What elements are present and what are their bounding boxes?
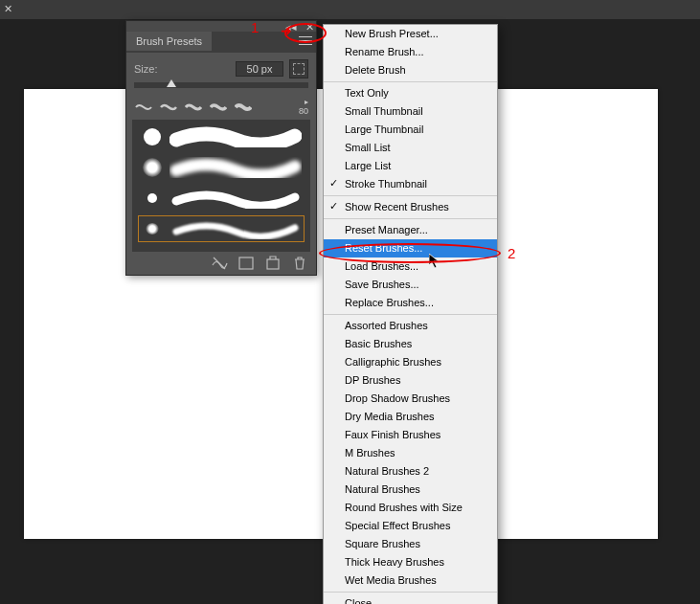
menu-item[interactable]: Special Effect Brushes	[324, 517, 497, 535]
size-slider[interactable]	[134, 82, 308, 88]
menu-item[interactable]: Round Brushes with Size	[324, 499, 497, 517]
menu-item[interactable]: Dry Media Brushes	[324, 408, 497, 426]
menu-item[interactable]: Calligraphic Brushes	[324, 353, 497, 371]
brush-stroke-item[interactable]	[138, 215, 305, 242]
tab-brush-presets[interactable]: Brush Presets	[126, 32, 212, 51]
brush-tip-icon[interactable]	[134, 101, 153, 114]
size-label: Size:	[134, 63, 157, 75]
menu-item[interactable]: Load Brushes...	[324, 257, 497, 276]
preview-icon[interactable]	[237, 256, 255, 271]
brush-tip-icon[interactable]	[184, 101, 203, 114]
menu-item[interactable]: Natural Brushes 2	[324, 462, 497, 481]
panel-header[interactable]: ◂◂ ✕	[126, 21, 316, 32]
brush-tip-row: ▸ 80	[126, 94, 316, 120]
panel-menu-icon[interactable]	[299, 36, 312, 46]
brush-tip-icon[interactable]	[234, 101, 253, 114]
menu-item[interactable]: DP Brushes	[324, 371, 497, 390]
brush-stroke-item[interactable]	[138, 123, 305, 150]
tab-close-icon[interactable]: ✕	[4, 3, 12, 15]
menu-item[interactable]: Assorted Brushes	[324, 317, 497, 335]
opacity-slider-icon[interactable]: ▸	[305, 98, 308, 106]
brush-stroke-item[interactable]	[138, 154, 305, 181]
brush-presets-panel: ◂◂ ✕ Brush Presets Size: 50 px ▸ 80	[125, 20, 317, 276]
menu-item[interactable]: Natural Brushes	[324, 481, 497, 499]
brush-tip-icon[interactable]	[209, 101, 228, 114]
menu-item[interactable]: Rename Brush...	[324, 43, 497, 61]
brush-stroke-item[interactable]	[138, 185, 305, 212]
trash-icon[interactable]	[291, 256, 308, 271]
menu-item[interactable]: Save Brushes...	[324, 276, 497, 294]
svg-rect-1	[239, 257, 253, 269]
save-preset-icon[interactable]	[264, 256, 282, 271]
menu-item[interactable]: Reset Brushes...	[324, 239, 497, 257]
size-input[interactable]: 50 px	[236, 61, 283, 77]
menu-item[interactable]: Text Only	[324, 84, 497, 102]
menu-item[interactable]: Large List	[324, 157, 497, 175]
svg-rect-2	[267, 259, 279, 269]
menu-item[interactable]: Show Recent Brushes	[324, 198, 497, 216]
menu-item[interactable]: Thick Heavy Brushes	[324, 553, 497, 571]
menu-item[interactable]: Faux Finish Brushes	[324, 426, 497, 444]
new-preset-icon[interactable]	[289, 59, 308, 78]
menu-item[interactable]: Preset Manager...	[324, 221, 497, 239]
menu-item[interactable]: M Brushes	[324, 444, 497, 462]
opacity-value: 80	[299, 106, 308, 116]
menu-item[interactable]: Basic Brushes	[324, 335, 497, 353]
menu-item[interactable]: Large Thumbnail	[324, 121, 497, 139]
menu-item[interactable]: Wet Media Brushes	[324, 571, 497, 590]
menu-item[interactable]: Close	[324, 594, 497, 604]
dynamics-toggle-icon[interactable]	[211, 256, 228, 271]
menu-item[interactable]: Small Thumbnail	[324, 102, 497, 121]
menu-item[interactable]: New Brush Preset...	[324, 25, 497, 43]
menu-item[interactable]: Small List	[324, 139, 497, 157]
svg-line-0	[214, 257, 225, 269]
menu-item[interactable]: Replace Brushes...	[324, 294, 497, 312]
menu-item[interactable]: Square Brushes	[324, 535, 497, 553]
menu-item[interactable]: Delete Brush	[324, 61, 497, 79]
menu-item[interactable]: Stroke Thumbnail	[324, 175, 497, 193]
brush-tip-icon[interactable]	[159, 101, 178, 114]
panel-context-menu: New Brush Preset...Rename Brush...Delete…	[323, 24, 498, 604]
menu-item[interactable]: Drop Shadow Brushes	[324, 390, 497, 408]
